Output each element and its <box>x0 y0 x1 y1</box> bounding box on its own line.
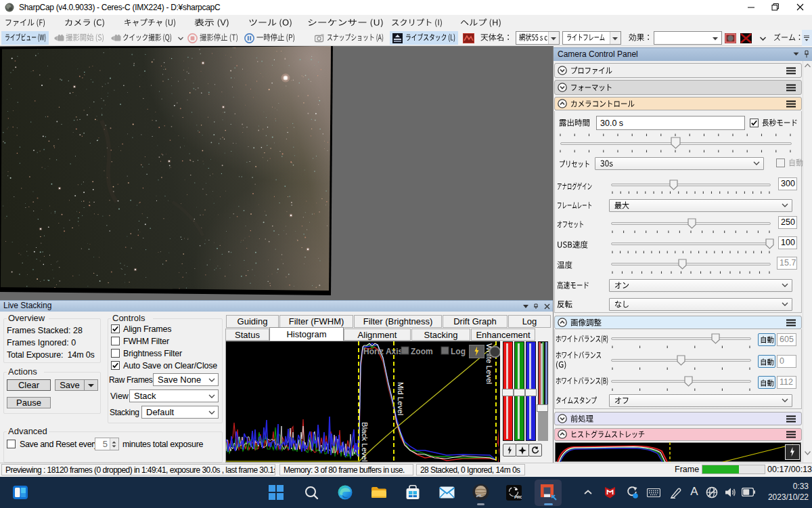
svg-text:Mid Level: Mid Level <box>397 382 405 415</box>
svg-text:PRO: PRO <box>514 495 522 499</box>
svg-text:Black Level: Black Level <box>361 422 369 462</box>
svg-text:Log: Log <box>451 347 466 356</box>
svg-text:Horiz Axis:: Horiz Axis: <box>363 347 405 356</box>
svg-text:Zoom: Zoom <box>411 347 433 356</box>
